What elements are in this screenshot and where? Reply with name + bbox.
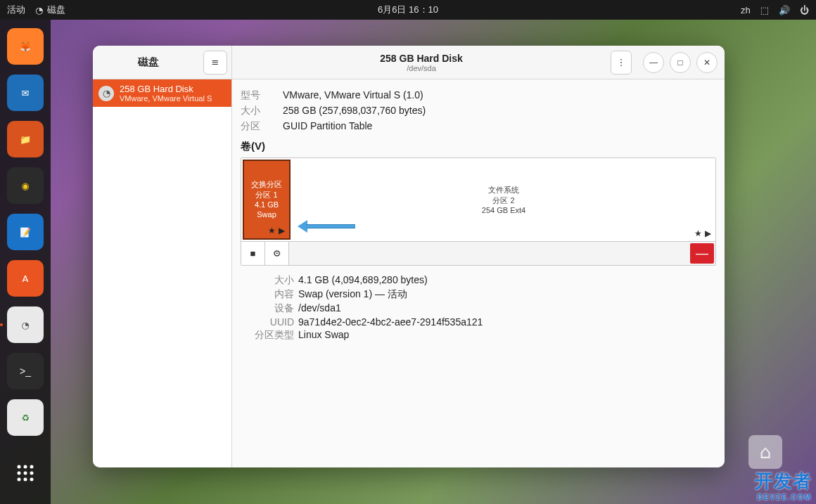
volumes-box: 交换分区 分区 1 4.1 GB Swap ★▶ 文件系统 分区 2 254 G… <box>241 157 716 266</box>
clock[interactable]: 6月6日 16：10 <box>378 4 438 16</box>
play-icon: ▶ <box>279 226 285 235</box>
disks-icon[interactable]: ◔ <box>7 306 44 343</box>
model-value: VMware, VMware Virtual S (1.0) <box>283 89 423 102</box>
svg-point-1 <box>24 465 27 469</box>
network-icon[interactable]: ⬚ <box>760 5 769 15</box>
svg-point-2 <box>30 465 34 469</box>
sp-size-label: 大小 <box>241 274 298 287</box>
sp-uuid-label: UUID <box>241 316 298 328</box>
main-panel: 型号VMware, VMware Virtual S (1.0) 大小258 G… <box>232 79 725 467</box>
svg-point-6 <box>18 478 21 482</box>
files-icon[interactable]: 📁 <box>7 121 44 157</box>
app-indicator-label: 磁盘 <box>47 4 65 16</box>
svg-point-5 <box>30 472 34 475</box>
delete-partition-button[interactable]: — <box>690 243 714 264</box>
sidebar-title: 磁盘 <box>93 56 203 69</box>
top-menubar: 活动 ◔ 磁盘 6月6日 16：10 zh ⬚ 🔊 ⏻ <box>0 0 816 20</box>
disk-item-subtitle: VMware, VMware Virtual S <box>120 94 212 103</box>
size-label: 大小 <box>241 105 283 117</box>
watermark-big: 开发者 <box>755 470 812 491</box>
svg-point-7 <box>24 478 27 482</box>
partitioning-value: GUID Partition Table <box>283 120 372 133</box>
sp-ptype-value: Linux Swap <box>298 329 349 342</box>
firefox-icon[interactable]: 🦊 <box>7 28 44 65</box>
disk-list-item[interactable]: ◔ 258 GB Hard Disk VMware, VMware Virtua… <box>93 79 231 107</box>
activities-button[interactable]: 活动 <box>7 4 25 16</box>
size-value: 258 GB (257,698,037,760 bytes) <box>283 105 426 117</box>
play-icon: ▶ <box>705 228 711 238</box>
volumes-heading: 卷(V) <box>241 140 716 153</box>
svg-point-4 <box>24 472 27 475</box>
sp-uuid-value: 9a71d4e2-0ec2-4bc2-aee7-2914f535a121 <box>298 316 483 328</box>
volume-icon[interactable]: 🔊 <box>779 5 790 15</box>
sp-device-label: 设备 <box>241 302 298 315</box>
rhythmbox-icon[interactable]: ◉ <box>7 167 44 204</box>
minimize-button[interactable]: — <box>643 52 664 73</box>
partition-swap[interactable]: 交换分区 分区 1 4.1 GB Swap ★▶ <box>243 160 291 240</box>
star-icon: ★ <box>268 226 276 235</box>
disk-item-title: 258 GB Hard Disk <box>120 84 212 94</box>
power-icon[interactable]: ⏻ <box>800 5 809 15</box>
sp-device-value: /dev/sda1 <box>298 302 341 315</box>
window-title: 258 GB Hard Disk <box>380 53 463 64</box>
model-label: 型号 <box>241 89 283 102</box>
software-icon[interactable]: A <box>7 260 44 297</box>
sp-size-value: 4.1 GB (4,094,689,280 bytes) <box>298 274 428 287</box>
disks-sidebar: ◔ 258 GB Hard Disk VMware, VMware Virtua… <box>93 79 232 467</box>
disks-window: 磁盘 ≡ 258 GB Hard Disk /dev/sda ⋮ — □ ✕ ◔… <box>93 46 725 467</box>
sp-ptype-label: 分区类型 <box>241 329 298 342</box>
maximize-button[interactable]: □ <box>670 52 691 73</box>
volume-options-button[interactable]: ⚙ <box>265 242 289 265</box>
input-method-indicator[interactable]: zh <box>741 5 751 15</box>
svg-point-0 <box>18 465 21 469</box>
window-subtitle: /dev/sda <box>407 64 436 72</box>
svg-point-3 <box>18 472 21 475</box>
sp-content-label: 内容 <box>241 288 298 301</box>
annotation-arrow <box>298 221 355 230</box>
libreoffice-writer-icon[interactable]: 📝 <box>7 214 44 250</box>
thunderbird-icon[interactable]: ✉ <box>7 75 44 111</box>
unmount-button[interactable]: ■ <box>241 242 265 265</box>
close-button[interactable]: ✕ <box>696 52 718 73</box>
partition-filesystem[interactable]: 文件系统 分区 2 254 GB Ext4 ★▶ <box>292 158 715 241</box>
drive-options-button[interactable]: ⋮ <box>611 51 632 75</box>
desktop-home-icon[interactable]: ⌂ <box>748 435 782 469</box>
hard-disk-icon: ◔ <box>98 86 114 101</box>
watermark-small: DEVZE.COM <box>755 493 812 501</box>
disk-icon: ◔ <box>35 5 43 15</box>
sp-content-value: Swap (version 1) — 活动 <box>298 288 407 301</box>
terminal-icon[interactable]: >_ <box>7 353 44 389</box>
dock: 🦊 ✉ 📁 ◉ 📝 A ◔ >_ ♻ <box>0 20 51 504</box>
svg-point-8 <box>30 478 34 482</box>
trash-icon[interactable]: ♻ <box>7 399 44 436</box>
hamburger-menu-button[interactable]: ≡ <box>203 51 227 75</box>
star-icon: ★ <box>694 228 702 238</box>
app-indicator[interactable]: ◔ 磁盘 <box>35 4 65 16</box>
titlebar: 磁盘 ≡ 258 GB Hard Disk /dev/sda ⋮ — □ ✕ <box>93 46 725 79</box>
partitioning-label: 分区 <box>241 120 283 133</box>
apps-grid-icon[interactable] <box>7 455 44 491</box>
volume-toolbar: ■ ⚙ — <box>241 241 715 265</box>
watermark: 开发者 DEVZE.COM <box>755 469 812 501</box>
